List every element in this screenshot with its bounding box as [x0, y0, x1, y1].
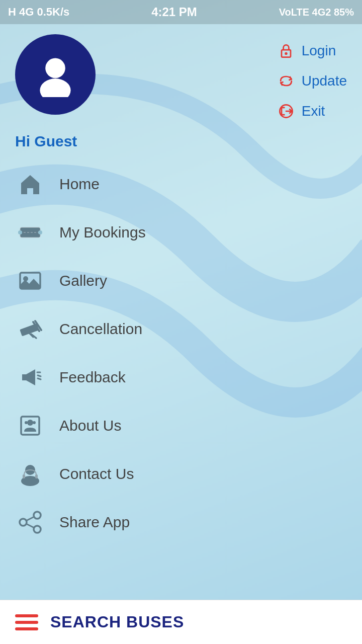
svg-point-3 — [285, 52, 287, 55]
signal-text: H 4G 0.5K/s — [8, 6, 69, 19]
svg-point-1 — [40, 78, 70, 97]
exit-icon — [277, 102, 296, 121]
svg-point-30 — [20, 519, 27, 526]
hamburger-icon — [15, 614, 38, 630]
menu-list: Home My Bookings — [0, 160, 362, 546]
exit-label: Exit — [302, 103, 325, 119]
status-time: 4:21 PM — [151, 5, 197, 19]
contact-icon — [15, 459, 45, 489]
home-icon — [15, 169, 45, 199]
gallery-label: Gallery — [59, 272, 107, 289]
about-us-label: About Us — [59, 417, 121, 434]
header-actions: Login Update — [277, 34, 347, 123]
menu-item-about-us[interactable]: About Us — [10, 401, 352, 450]
gallery-icon — [15, 266, 45, 296]
svg-line-31 — [26, 517, 34, 521]
menu-item-home[interactable]: Home — [10, 160, 352, 208]
greeting-text: Hi Guest — [0, 128, 362, 160]
svg-point-22 — [25, 421, 28, 424]
svg-point-21 — [27, 420, 33, 426]
about-icon — [15, 411, 45, 441]
svg-rect-26 — [23, 474, 25, 478]
search-buses-bar[interactable]: SEARCH BUSES — [0, 600, 362, 644]
menu-item-contact-us[interactable]: Contact Us — [10, 450, 352, 498]
update-button[interactable]: Update — [277, 69, 347, 93]
header-area: Login Update — [0, 24, 362, 128]
update-label: Update — [302, 73, 347, 89]
status-left: H 4G 0.5K/s — [8, 6, 69, 19]
svg-rect-27 — [35, 474, 38, 478]
share-icon — [15, 507, 45, 537]
svg-point-9 — [38, 230, 42, 234]
svg-line-18 — [38, 375, 41, 376]
status-bar: H 4G 0.5K/s 4:21 PM VoLTE 4G2 85% — [0, 0, 362, 24]
svg-line-19 — [38, 378, 41, 379]
exit-button[interactable]: Exit — [277, 100, 347, 123]
svg-rect-5 — [20, 227, 40, 237]
svg-point-0 — [45, 58, 65, 78]
svg-line-32 — [26, 524, 34, 528]
search-buses-label: SEARCH BUSES — [50, 613, 184, 631]
share-app-label: Share App — [59, 514, 130, 531]
svg-point-29 — [34, 526, 41, 533]
login-icon — [277, 41, 296, 60]
update-icon — [277, 71, 296, 91]
ticket-icon — [15, 217, 45, 248]
my-bookings-label: My Bookings — [59, 224, 146, 241]
cancellation-icon — [15, 314, 45, 344]
contact-us-label: Contact Us — [59, 465, 134, 482]
user-avatar-icon — [33, 52, 78, 97]
megaphone-icon — [15, 362, 45, 392]
login-label: Login — [302, 43, 336, 59]
menu-item-cancellation[interactable]: Cancellation — [10, 305, 352, 353]
home-label: Home — [59, 176, 100, 193]
status-right: VoLTE 4G2 85% — [279, 7, 354, 18]
menu-item-feedback[interactable]: Feedback — [10, 353, 352, 401]
svg-point-28 — [34, 512, 41, 519]
menu-item-share-app[interactable]: Share App — [10, 498, 352, 546]
menu-item-gallery[interactable]: Gallery — [10, 257, 352, 305]
menu-item-my-bookings[interactable]: My Bookings — [10, 208, 352, 257]
cancellation-label: Cancellation — [59, 320, 142, 338]
login-button[interactable]: Login — [277, 39, 347, 62]
feedback-label: Feedback — [59, 369, 126, 386]
svg-point-8 — [18, 230, 22, 234]
svg-point-23 — [33, 421, 36, 424]
avatar — [15, 34, 96, 115]
